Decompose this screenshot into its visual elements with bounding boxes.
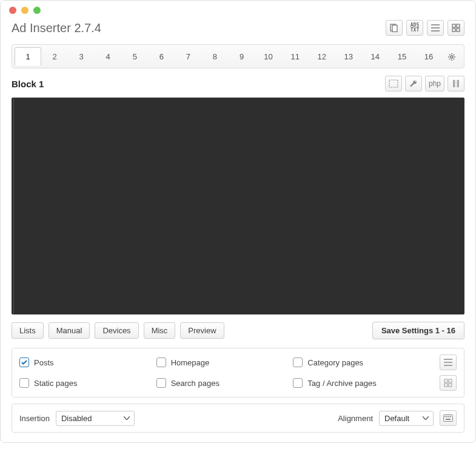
- insertion-row: Insertion Disabled Alignment Default: [12, 404, 464, 433]
- tab-16[interactable]: 16: [415, 47, 442, 65]
- checkbox-icon[interactable]: [293, 358, 303, 367]
- maximize-window-icon[interactable]: [33, 7, 41, 14]
- tab-3[interactable]: 3: [68, 47, 95, 65]
- category-label: Category pages: [307, 358, 363, 367]
- homepage-check[interactable]: Homepage: [156, 358, 287, 367]
- preview-button[interactable]: Preview: [180, 322, 224, 339]
- svg-rect-7: [452, 28, 455, 32]
- tab-11[interactable]: 11: [282, 47, 309, 65]
- svg-rect-23: [448, 416, 449, 417]
- misc-button[interactable]: Misc: [144, 322, 176, 339]
- alignment-label: Alignment: [338, 414, 373, 423]
- close-window-icon[interactable]: [9, 7, 16, 14]
- checkbox-icon[interactable]: [293, 378, 303, 388]
- option-buttons-row: Lists Manual Devices Misc Preview Save S…: [1, 314, 475, 344]
- checkbox-icon[interactable]: [156, 378, 166, 388]
- minimize-window-icon[interactable]: [21, 7, 28, 14]
- adstxt-icon[interactable]: ADS TXT: [406, 20, 423, 36]
- block-actions: php: [385, 76, 464, 91]
- checkbox-icon[interactable]: [19, 358, 29, 367]
- gear-icon[interactable]: [442, 47, 461, 65]
- keyboard-icon[interactable]: [440, 410, 457, 426]
- svg-rect-20: [444, 415, 453, 422]
- posts-check[interactable]: Posts: [19, 358, 150, 367]
- svg-rect-19: [449, 384, 452, 387]
- tab-1[interactable]: 1: [15, 47, 41, 65]
- svg-rect-18: [444, 384, 448, 387]
- tab-10[interactable]: 10: [255, 47, 282, 65]
- tag-label: Tag / Archive pages: [307, 379, 376, 388]
- svg-rect-21: [444, 416, 446, 417]
- svg-rect-11: [453, 80, 455, 87]
- grid-toggle-icon[interactable]: [440, 375, 457, 391]
- tab-15[interactable]: 15: [389, 47, 415, 65]
- titlebar: [1, 1, 475, 14]
- page-title: Ad Inserter 2.7.4: [12, 21, 101, 35]
- svg-rect-12: [457, 80, 460, 87]
- svg-rect-16: [444, 379, 448, 382]
- static-label: Static pages: [34, 379, 78, 388]
- tab-4[interactable]: 4: [95, 47, 121, 65]
- tab-5[interactable]: 5: [121, 47, 148, 65]
- svg-rect-5: [452, 24, 455, 27]
- svg-rect-10: [389, 80, 398, 87]
- manual-button[interactable]: Manual: [49, 322, 90, 339]
- docs-icon[interactable]: [386, 20, 403, 36]
- tab-2[interactable]: 2: [41, 47, 68, 65]
- svg-rect-24: [450, 416, 451, 417]
- php-button[interactable]: php: [425, 76, 444, 91]
- alignment-select[interactable]: Default: [379, 411, 434, 426]
- list-icon[interactable]: [427, 20, 444, 36]
- posts-label: Posts: [34, 358, 54, 367]
- svg-rect-8: [457, 28, 460, 32]
- app-window: Ad Inserter 2.7.4 ADS TXT 12345678910111…: [0, 0, 476, 443]
- tab-13[interactable]: 13: [335, 47, 362, 65]
- tab-14[interactable]: 14: [362, 47, 389, 65]
- list-toggle-icon[interactable]: [440, 354, 457, 370]
- tab-7[interactable]: 7: [175, 47, 201, 65]
- insertion-label: Insertion: [19, 414, 50, 423]
- svg-rect-25: [446, 419, 451, 420]
- page-types-card: Posts Homepage Category pages Static pag…: [12, 348, 464, 397]
- lists-button[interactable]: Lists: [12, 322, 44, 339]
- svg-rect-1: [392, 25, 397, 32]
- insertion-select[interactable]: Disabled: [56, 411, 135, 426]
- svg-rect-17: [449, 379, 452, 382]
- svg-point-9: [451, 56, 453, 58]
- search-label: Search pages: [171, 379, 220, 388]
- header-actions: ADS TXT: [386, 20, 464, 36]
- category-check[interactable]: Category pages: [293, 358, 424, 367]
- block-tabs: 12345678910111213141516: [12, 44, 464, 68]
- tab-12[interactable]: 12: [309, 47, 335, 65]
- tab-9[interactable]: 9: [229, 47, 255, 65]
- checkbox-icon[interactable]: [156, 358, 166, 367]
- pause-icon[interactable]: [448, 76, 464, 91]
- checkbox-icon[interactable]: [19, 378, 29, 388]
- homepage-label: Homepage: [171, 358, 210, 367]
- static-check[interactable]: Static pages: [19, 378, 150, 388]
- tab-8[interactable]: 8: [201, 47, 228, 65]
- tab-6[interactable]: 6: [148, 47, 175, 65]
- wrench-icon[interactable]: [405, 76, 422, 91]
- svg-rect-6: [457, 24, 460, 27]
- banner-icon[interactable]: [385, 76, 402, 91]
- block-header: Block 1 php: [1, 68, 475, 98]
- code-editor[interactable]: [12, 98, 464, 314]
- header: Ad Inserter 2.7.4 ADS TXT: [1, 14, 475, 44]
- grid-icon[interactable]: [448, 20, 464, 36]
- devices-button[interactable]: Devices: [95, 322, 138, 339]
- tag-check[interactable]: Tag / Archive pages: [293, 378, 424, 388]
- svg-rect-22: [446, 416, 448, 417]
- block-title: Block 1: [12, 79, 44, 89]
- search-check[interactable]: Search pages: [156, 378, 287, 388]
- save-settings-button[interactable]: Save Settings 1 - 16: [372, 322, 464, 339]
- window-controls: [9, 7, 41, 14]
